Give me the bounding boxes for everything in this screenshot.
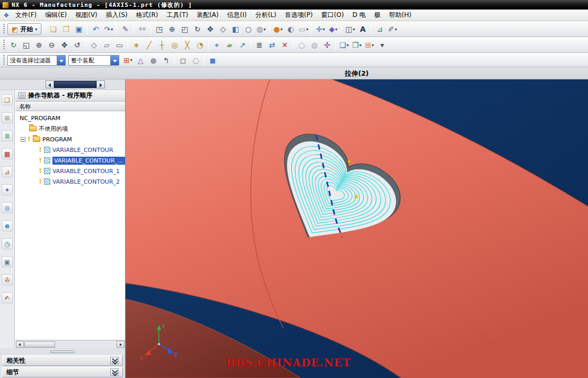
menu-window[interactable]: 窗口(O) xyxy=(317,10,348,21)
undo-icon[interactable]: ↶ xyxy=(90,23,102,35)
scroll-thumb[interactable] xyxy=(54,81,96,88)
window-icon-dropdown[interactable]: ▾ xyxy=(353,27,355,32)
datum-plane-icon-dropdown[interactable]: ▾ xyxy=(335,27,337,32)
trimetric-view-icon[interactable]: ◇ xyxy=(88,39,100,51)
operation-navigator-icon[interactable]: ▦ xyxy=(2,148,13,159)
snap-arrow-icon[interactable]: ↰ xyxy=(160,54,172,66)
wave-geometry-icon[interactable]: △ xyxy=(135,54,147,66)
tree-scroll-track[interactable] xyxy=(56,341,116,348)
layout-side-icon[interactable]: ❐▾ xyxy=(351,39,363,51)
plot-icon[interactable]: ✎ xyxy=(119,23,131,35)
edit-display-icon-dropdown[interactable]: ▾ xyxy=(395,27,397,32)
render-style-icon[interactable]: ◍▾ xyxy=(255,23,267,35)
orient-view-icon[interactable]: ●▾ xyxy=(272,23,284,35)
snap-point-icon[interactable]: ∗ xyxy=(130,39,142,51)
rotate-icon[interactable]: ↺ xyxy=(71,39,83,51)
datum-csys-icon[interactable]: ⌖ xyxy=(211,39,223,51)
selection-filter-combo[interactable]: 没有选择过滤器 xyxy=(7,55,66,66)
menu-d-dian[interactable]: D 电 xyxy=(348,10,370,21)
menu-edit[interactable]: 编辑(E) xyxy=(41,10,71,21)
start-button[interactable]: ◩ 开始 ▾ xyxy=(7,23,41,35)
rotate-view-icon[interactable]: ↻ xyxy=(191,23,203,35)
menu-view[interactable]: 视图(V) xyxy=(71,10,102,21)
toolbar-grip[interactable] xyxy=(3,24,5,34)
plane-icon[interactable]: ▰ xyxy=(224,39,236,51)
tree-item-variable-contour-2[interactable]: VARIABLE_CONTOUR_2 xyxy=(15,176,125,187)
process-studio-icon[interactable]: ▣ xyxy=(2,256,13,267)
tree-item-program[interactable]: PROGRAM xyxy=(15,134,125,145)
reuse-library-icon[interactable]: ✦ xyxy=(2,184,13,195)
perspective-icon[interactable]: ◇ xyxy=(217,23,229,35)
menu-information[interactable]: 信息(I) xyxy=(223,10,251,21)
pan-icon[interactable]: ✥ xyxy=(58,39,70,51)
tree-scroll-right-button[interactable] xyxy=(117,341,124,348)
background-icon[interactable]: ◐ xyxy=(284,23,297,35)
front-view-icon[interactable]: ▱ xyxy=(101,39,113,51)
new-icon[interactable]: ❏ xyxy=(47,23,59,35)
menu-insert[interactable]: 插入(S) xyxy=(102,10,132,21)
show-hide-icon[interactable]: ◌ xyxy=(296,39,308,51)
manufacturing-wizard-icon[interactable]: ✇ xyxy=(2,274,13,285)
layout-side-icon-dropdown[interactable]: ▾ xyxy=(359,43,361,48)
zoom-region-icon[interactable]: ◰ xyxy=(179,23,191,35)
part-navigator-icon[interactable]: ≣ xyxy=(2,130,13,141)
more-commands-icon[interactable]: ▾ xyxy=(376,39,388,51)
shaded-view-icon[interactable]: ◧ xyxy=(229,23,242,35)
hd3d-tools-icon[interactable]: ◎ xyxy=(2,202,13,213)
wcs-dynamics-icon[interactable]: ✛▾ xyxy=(314,23,326,35)
details-section[interactable]: 细节 xyxy=(2,367,123,377)
ruler-icon[interactable]: ⊿ xyxy=(373,23,386,35)
toolbar-grip[interactable] xyxy=(3,55,5,66)
redo-icon[interactable]: ↷▾ xyxy=(102,23,114,35)
quadrant-point-icon[interactable]: ◔ xyxy=(194,39,206,51)
intersection-point-icon[interactable]: ╳ xyxy=(181,39,193,51)
end-point-icon[interactable]: ╱ xyxy=(143,39,155,51)
edit-object-display-icon[interactable]: ✣ xyxy=(321,39,333,51)
selection-filter-dropdown-icon[interactable] xyxy=(57,56,65,65)
tree-item-unused[interactable]: 不使用的项 xyxy=(15,123,125,134)
tree-item-nc-program[interactable]: NC_PROGRAM xyxy=(15,113,125,123)
roles-icon[interactable]: ✍ xyxy=(2,292,13,303)
shaded-cube-icon[interactable]: ◼ xyxy=(207,54,219,66)
annotation-icon[interactable]: A xyxy=(357,23,369,35)
scroll-right-button[interactable] xyxy=(96,81,104,88)
redo-icon-dropdown[interactable]: ▾ xyxy=(111,27,113,32)
pan-view-icon[interactable]: ✥ xyxy=(204,23,216,35)
edit-display-icon[interactable]: ✐▾ xyxy=(386,23,398,35)
zoom-in-icon[interactable]: ⊕ xyxy=(33,39,45,51)
internet-explorer-icon[interactable]: e xyxy=(2,220,13,231)
layout-quad-icon-dropdown[interactable]: ▾ xyxy=(372,43,374,48)
menu-help[interactable]: 帮助(H) xyxy=(385,10,415,21)
immediate-hide-icon[interactable]: ◍ xyxy=(308,39,320,51)
graphics-window[interactable]: Y X Z BBS.CHINADE.NET xyxy=(126,79,588,378)
zoom-out-icon[interactable]: ⊖ xyxy=(46,39,58,51)
zoom-icon[interactable]: ⊕ xyxy=(166,23,178,35)
tree-scroll-left-button[interactable] xyxy=(16,341,24,348)
column-header-name[interactable]: 名称 xyxy=(15,102,125,111)
layout-single-icon[interactable]: ❏▾ xyxy=(338,39,350,51)
menu-ji[interactable]: 极 xyxy=(370,10,385,21)
toolbar-grip[interactable] xyxy=(3,40,5,50)
work-layer-icon[interactable]: ≣ xyxy=(253,39,265,51)
refresh-icon[interactable]: ↻ xyxy=(7,39,20,51)
add-component-icon[interactable]: ⊞▾ xyxy=(122,54,134,66)
move-object-icon[interactable]: ⇄ xyxy=(266,39,278,51)
start-dropdown-icon[interactable]: ▾ xyxy=(35,27,37,32)
assembly-navigator-icon[interactable]: ❑ xyxy=(2,94,13,105)
tree-item-variable-contour-selected[interactable]: VARIABLE_CONTOUR_... xyxy=(15,155,125,166)
mid-point-icon[interactable]: ┼ xyxy=(156,39,168,51)
menu-preferences[interactable]: 首选项(P) xyxy=(281,10,317,21)
constraint-navigator-icon[interactable]: ⊞ xyxy=(2,112,13,123)
tree-item-variable-contour[interactable]: VARIABLE_CONTOUR xyxy=(15,145,125,155)
scroll-left-button[interactable] xyxy=(46,81,54,88)
snapshot-icon-dropdown[interactable]: ▾ xyxy=(306,27,308,32)
wcs-dynamics-icon-dropdown[interactable]: ▾ xyxy=(323,27,325,32)
window-icon[interactable]: ◫▾ xyxy=(344,23,356,35)
binoculars-icon[interactable]: ⊙⊙ xyxy=(136,23,148,35)
tree-item-variable-contour-1[interactable]: VARIABLE_CONTOUR_1 xyxy=(15,166,125,176)
assembly-scope-combo[interactable]: 整个装配 xyxy=(68,55,119,66)
delete-icon[interactable]: ✕ xyxy=(279,39,291,51)
expand-chevron-icon[interactable] xyxy=(110,368,119,376)
sphere-icon[interactable]: ● xyxy=(147,54,159,66)
orient-view-icon-dropdown[interactable]: ▾ xyxy=(280,27,282,32)
